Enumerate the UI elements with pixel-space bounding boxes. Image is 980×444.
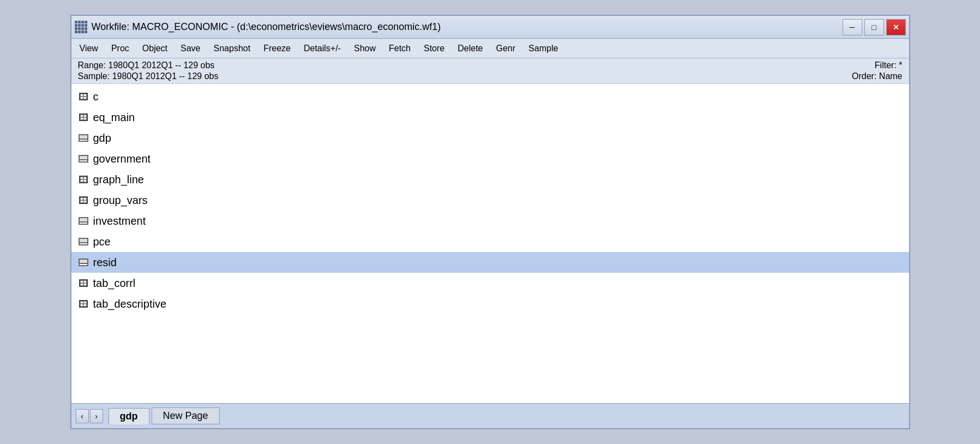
range-info: Range: 1980Q1 2012Q1 -- 129 obs [78, 61, 219, 70]
object-list: c eq_main gdp government graph_line [71, 84, 909, 403]
grid-icon [79, 196, 88, 204]
menu-proc[interactable]: Proc [105, 41, 135, 56]
tab-bar: ‹ › gdp New Page [71, 403, 909, 428]
menu-store[interactable]: Store [418, 41, 450, 56]
grid-icon [79, 113, 88, 121]
obj-icon [78, 299, 89, 308]
envelope-icon [79, 259, 88, 266]
minimize-button[interactable]: ─ [843, 19, 862, 35]
list-item[interactable]: group_vars [71, 190, 909, 211]
grid-icon [79, 93, 88, 100]
maximize-button[interactable]: □ [864, 19, 884, 35]
grid-icon [79, 176, 88, 183]
info-bar: Range: 1980Q1 2012Q1 -- 129 obs Sample: … [71, 58, 909, 84]
window-title: Workfile: MACRO_ECONOMIC - (d:\econometr… [92, 21, 441, 33]
item-name: group_vars [93, 194, 148, 207]
menu-show[interactable]: Show [348, 41, 382, 56]
series-icon [78, 258, 89, 267]
app-icon [75, 21, 87, 33]
series-icon [78, 237, 89, 246]
tab-new-page[interactable]: New Page [152, 407, 220, 424]
title-bar: Workfile: MACRO_ECONOMIC - (d:\econometr… [71, 16, 909, 39]
workfile-window: Workfile: MACRO_ECONOMIC - (d:\econometr… [70, 15, 910, 429]
series-icon [78, 154, 89, 163]
filter-info: Filter: * [875, 61, 903, 70]
obj-icon [78, 175, 89, 184]
obj-icon [78, 92, 89, 101]
menu-details[interactable]: Details+/- [298, 41, 347, 56]
info-left: Range: 1980Q1 2012Q1 -- 129 obs Sample: … [78, 61, 219, 81]
tab-prev-button[interactable]: ‹ [76, 409, 89, 423]
menu-genr[interactable]: Genr [490, 41, 522, 56]
item-name: graph_line [93, 173, 144, 186]
menu-snapshot[interactable]: Snapshot [208, 41, 257, 56]
sample-info: Sample: 1980Q1 2012Q1 -- 129 obs [78, 71, 219, 81]
title-controls: ─ □ ✕ [843, 19, 906, 35]
menu-sample[interactable]: Sample [522, 41, 564, 56]
envelope-icon [79, 238, 88, 245]
grid-icon [79, 279, 88, 287]
item-name: pce [93, 236, 111, 248]
obj-icon [78, 113, 89, 122]
list-item[interactable]: government [71, 148, 909, 169]
menu-freeze[interactable]: Freeze [257, 41, 297, 56]
envelope-icon [79, 155, 88, 163]
grid-icon [79, 300, 88, 308]
obj-icon [78, 196, 89, 205]
obj-icon [78, 279, 89, 287]
item-name: tab_descriptive [93, 298, 167, 310]
menu-view[interactable]: View [74, 41, 104, 56]
envelope-icon [79, 134, 88, 142]
item-name: c [93, 91, 99, 103]
menu-delete[interactable]: Delete [452, 41, 489, 56]
list-item[interactable]: gdp [71, 128, 909, 148]
item-name: government [93, 153, 151, 165]
list-item[interactable]: pce [71, 231, 909, 252]
tab-next-button[interactable]: › [90, 409, 103, 423]
list-item[interactable]: graph_line [71, 169, 909, 190]
list-item[interactable]: eq_main [71, 107, 909, 128]
item-name: tab_corrl [93, 277, 136, 290]
menu-save[interactable]: Save [175, 41, 206, 56]
series-icon [78, 217, 89, 225]
list-item[interactable]: resid [71, 252, 909, 273]
item-name: resid [93, 256, 117, 269]
list-item[interactable]: tab_descriptive [71, 293, 909, 314]
menu-bar: View Proc Object Save Snapshot Freeze De… [71, 39, 909, 58]
tab-nav: ‹ › [76, 409, 103, 423]
series-icon [78, 134, 89, 142]
title-bar-left: Workfile: MACRO_ECONOMIC - (d:\econometr… [75, 21, 441, 33]
info-right: Filter: * Order: Name [852, 61, 902, 81]
item-name: gdp [93, 132, 111, 145]
item-name: eq_main [93, 111, 135, 124]
list-item[interactable]: investment [71, 211, 909, 231]
item-name: investment [93, 215, 146, 227]
menu-object[interactable]: Object [136, 41, 173, 56]
tab-gdp[interactable]: gdp [109, 408, 149, 424]
list-item[interactable]: tab_corrl [71, 273, 909, 293]
menu-fetch[interactable]: Fetch [383, 41, 417, 56]
list-item[interactable]: c [71, 86, 909, 107]
order-info: Order: Name [852, 71, 902, 81]
close-button[interactable]: ✕ [886, 19, 906, 35]
envelope-icon [79, 217, 88, 225]
